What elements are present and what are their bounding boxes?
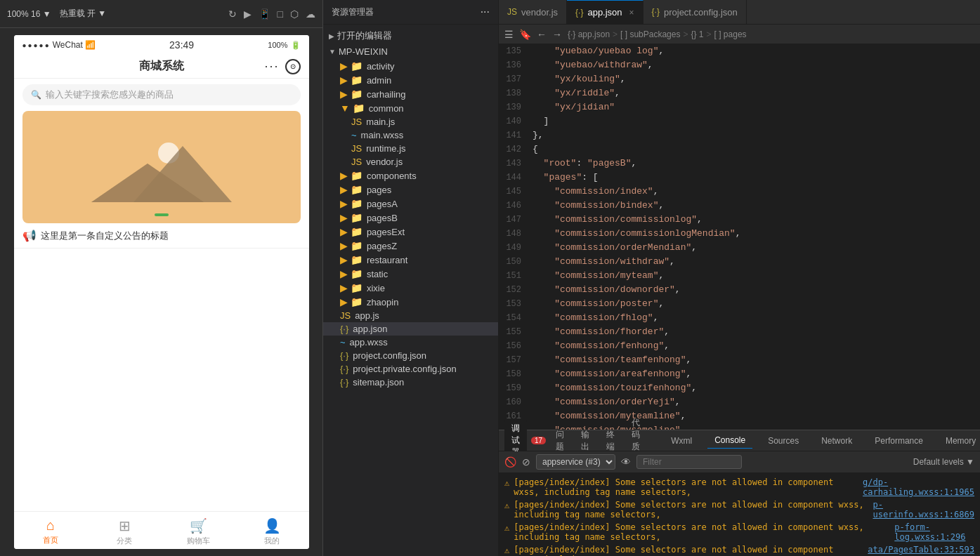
file-main-wxss[interactable]: ~ main.wxss xyxy=(323,128,498,142)
scan-icon[interactable]: ⊙ xyxy=(285,59,301,74)
file-app-wxss[interactable]: ~ app.wxss xyxy=(323,336,498,349)
file-project-private-config[interactable]: {·} project.private.config.json xyxy=(323,362,498,376)
eye-icon[interactable]: ⬡ xyxy=(290,8,299,20)
console-clear-icon[interactable]: 🚫 xyxy=(504,456,516,468)
folder-carhailing[interactable]: ▶ 📁 carhailing xyxy=(323,87,498,101)
refresh-icon[interactable]: ↻ xyxy=(228,8,237,20)
status-time: 23:49 xyxy=(169,39,194,51)
code-line-147: "commission/commissionlog", xyxy=(533,213,974,227)
breadcrumb: {·} app.json > [ ] subPackages > {} 1 > … xyxy=(568,29,747,39)
code-line-135: "yuebao/yuebao log", xyxy=(533,44,974,58)
tab-project-config[interactable]: {·} project.config.json xyxy=(643,0,747,24)
code-line-140: ] xyxy=(533,114,974,128)
debug-msg-4-text: [pages/index/index] Some selectors are n… xyxy=(514,545,863,556)
tab-vendor-js[interactable]: JS vendor.js xyxy=(499,0,567,24)
folder-restaurant-label: restaurant xyxy=(367,255,408,265)
debug-link-3[interactable]: p-form-log.wxss:1:296 xyxy=(894,522,974,542)
square-icon[interactable]: □ xyxy=(277,8,283,20)
hotreload-toggle[interactable]: 热重载 开 ▼ xyxy=(60,8,107,20)
debug-link-4[interactable]: ata/PagesTable:33:593 xyxy=(868,545,974,555)
debug-subtab-performance[interactable]: Performance xyxy=(868,433,930,449)
debug-subtab-network[interactable]: Network xyxy=(814,433,859,449)
cloud-icon[interactable]: ☁ xyxy=(306,8,315,20)
code-line-152: "commission/downorder", xyxy=(533,283,974,297)
debug-message-3: ⚠ [pages/index/index] Some selectors are… xyxy=(504,521,974,543)
debug-subtab-memory[interactable]: Memory xyxy=(939,433,980,449)
editor-panel: JS vendor.js {·} app.json × {·} project.… xyxy=(499,0,980,556)
profile-label: 我的 xyxy=(264,536,280,546)
folder-activity[interactable]: ▶ 📁 activity xyxy=(323,59,498,73)
folder-icon: ▶ 📁 xyxy=(340,170,362,181)
debug-subtab-wxml[interactable]: Wxml xyxy=(664,433,699,449)
file-vendor-js[interactable]: JS vendor.js xyxy=(323,155,498,168)
nav-item-cart[interactable]: 🛒 购物车 xyxy=(162,512,235,549)
debug-subtab-console[interactable]: Console xyxy=(707,432,752,449)
line-136: 136 xyxy=(499,58,521,72)
debug-link-1[interactable]: g/dp-carhailing.wxss:1:1965 xyxy=(863,477,974,497)
folder-pagesB[interactable]: ▶ 📁 pagesB xyxy=(323,211,498,225)
code-line-149: "commission/orderMendian", xyxy=(533,241,974,255)
code-line-150: "commission/withdraw", xyxy=(533,255,974,269)
console-filter-input[interactable] xyxy=(636,455,742,469)
explorer-body: ▶ 打开的编辑器 ▼ MP-WEIXIN ▶ 📁 activity ▶ 📁 ad… xyxy=(323,25,498,556)
folder-components[interactable]: ▶ 📁 components xyxy=(323,168,498,183)
folder-pagesA-label: pagesA xyxy=(367,199,398,209)
nav-item-home[interactable]: ⌂ 首页 xyxy=(14,512,88,549)
json-tab-icon: {·} xyxy=(575,8,583,18)
folder-zhaopin[interactable]: ▶ 📁 zhaopin xyxy=(323,295,498,309)
search-bar[interactable]: 🔍 输入关键字搜索您感兴趣的商品 xyxy=(22,84,301,105)
file-app-js[interactable]: JS app.js xyxy=(323,309,498,322)
file-app-json-label: app.json xyxy=(353,324,387,334)
debug-subtab-sources[interactable]: Sources xyxy=(761,433,806,449)
code-line-143: "root": "pagesB", xyxy=(533,157,974,171)
folder-pagesExt[interactable]: ▶ 📁 pagesExt xyxy=(323,225,498,239)
file-main-js[interactable]: JS main.js xyxy=(323,115,498,128)
file-app-json[interactable]: {·} app.json xyxy=(323,322,498,336)
menu-dots-icon[interactable]: ··· xyxy=(264,59,279,74)
folder-static[interactable]: ▶ 📁 static xyxy=(323,267,498,281)
bookmark-icon[interactable]: 🔖 xyxy=(519,29,531,40)
breadcrumb-subpackages: [ ] subPackages xyxy=(620,29,680,39)
folder-pagesZ[interactable]: ▶ 📁 pagesZ xyxy=(323,239,498,253)
line-141: 141 xyxy=(499,128,521,143)
line-143: 143 xyxy=(499,157,521,171)
search-placeholder: 输入关键字搜索您感兴趣的商品 xyxy=(46,88,174,101)
back-icon[interactable]: ← xyxy=(537,29,547,40)
console-filter-icon[interactable]: ⊘ xyxy=(522,456,530,468)
forward-icon[interactable]: → xyxy=(552,29,562,40)
open-editors-label: 打开的编辑器 xyxy=(337,29,392,42)
file-project-config-json[interactable]: {·} project.config.json xyxy=(323,349,498,362)
tab-project-config-label: project.config.json xyxy=(664,7,738,18)
line-146: 146 xyxy=(499,199,521,213)
phone-icon[interactable]: 📱 xyxy=(259,8,270,20)
code-line-153: "commission/poster", xyxy=(533,297,974,311)
code-content[interactable]: "yuebao/yuebao log", "yuebao/withdraw", … xyxy=(527,44,980,430)
explorer-more-icon[interactable]: ··· xyxy=(481,6,490,18)
file-sitemap-json[interactable]: {·} sitemap.json xyxy=(323,376,498,389)
section-mp-weixin[interactable]: ▼ MP-WEIXIN xyxy=(323,44,498,59)
play-icon[interactable]: ▶ xyxy=(244,8,251,20)
header-icons: ··· ⊙ xyxy=(264,59,300,74)
section-open-editors[interactable]: ▶ 打开的编辑器 xyxy=(323,27,498,44)
nav-item-category[interactable]: ⊞ 分类 xyxy=(88,512,162,549)
list-icon[interactable]: ☰ xyxy=(504,29,514,40)
line-156: 156 xyxy=(499,339,521,353)
folder-admin[interactable]: ▶ 📁 admin xyxy=(323,73,498,87)
js-file-icon: JS xyxy=(351,157,362,167)
folder-pagesA[interactable]: ▶ 📁 pagesA xyxy=(323,197,498,211)
nav-item-profile[interactable]: 👤 我的 xyxy=(235,512,309,549)
folder-pages[interactable]: ▶ 📁 pages xyxy=(323,183,498,197)
code-line-146: "commission/bindex", xyxy=(533,199,974,213)
debug-console-content: ⚠ [pages/index/index] Some selectors are… xyxy=(499,473,980,556)
folder-restaurant[interactable]: ▶ 📁 restaurant xyxy=(323,253,498,267)
file-runtime-js[interactable]: JS runtime.js xyxy=(323,142,498,155)
default-levels-label[interactable]: Default levels ▼ xyxy=(913,457,974,467)
folder-xixie[interactable]: ▶ 📁 xixie xyxy=(323,281,498,295)
service-selector[interactable]: appservice (#3) xyxy=(536,454,615,470)
tab-app-json[interactable]: {·} app.json × xyxy=(567,0,643,24)
tab-close-icon[interactable]: × xyxy=(629,8,634,18)
eye-toggle-icon[interactable]: 👁 xyxy=(621,456,631,468)
zoom-level: 100% 16 ▼ xyxy=(7,9,51,19)
folder-common[interactable]: ▼ 📁 common xyxy=(323,101,498,115)
debug-link-2[interactable]: p-userinfo.wxss:1:6869 xyxy=(873,500,975,519)
